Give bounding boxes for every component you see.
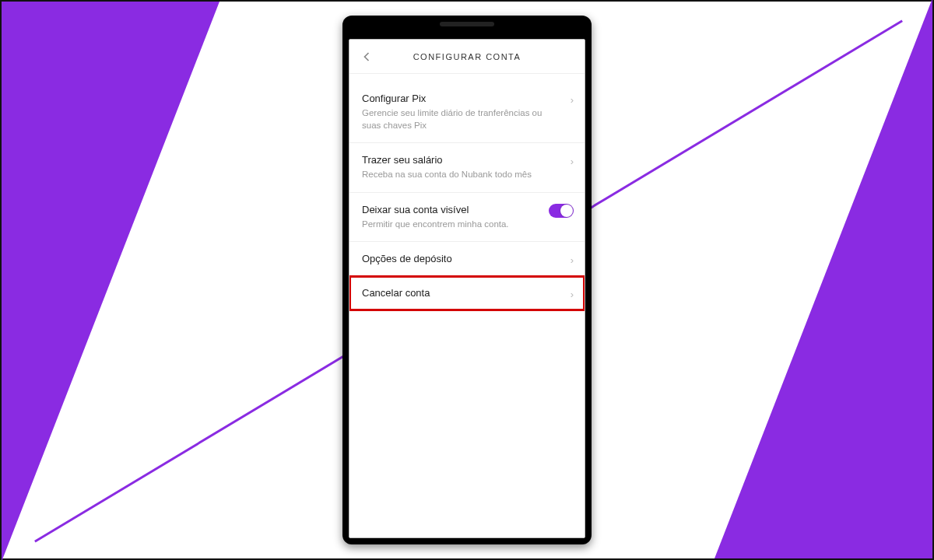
phone-notch bbox=[440, 22, 494, 26]
item-title: Configurar Pix bbox=[362, 93, 572, 104]
decorative-triangle-right bbox=[715, 0, 932, 558]
item-cancelar-conta[interactable]: Cancelar conta › bbox=[349, 276, 585, 310]
chevron-right-icon: › bbox=[571, 254, 574, 266]
item-trazer-salario[interactable]: Trazer seu salário Receba na sua conta d… bbox=[349, 143, 585, 193]
item-subtitle: Receba na sua conta do Nubank todo mês bbox=[362, 169, 547, 181]
chevron-right-icon: › bbox=[571, 156, 574, 167]
screen-header: CONFIGURAR CONTA bbox=[349, 40, 585, 74]
visibility-toggle[interactable] bbox=[549, 204, 574, 218]
item-opcoes-deposito[interactable]: Opções de depósito › bbox=[349, 242, 585, 276]
decorative-triangle-left bbox=[2, 2, 219, 560]
chevron-right-icon: › bbox=[571, 94, 574, 106]
item-subtitle: Gerencie seu limite diário de tranferênc… bbox=[362, 107, 547, 131]
chevron-right-icon: › bbox=[571, 289, 574, 300]
item-title: Trazer seu salário bbox=[362, 154, 572, 166]
toggle-knob bbox=[560, 205, 573, 217]
tutorial-graphic: CONFIGURAR CONTA Configurar Pix Gerencie… bbox=[0, 0, 934, 560]
phone-screen: CONFIGURAR CONTA Configurar Pix Gerencie… bbox=[349, 39, 585, 538]
phone-frame: CONFIGURAR CONTA Configurar Pix Gerencie… bbox=[342, 16, 592, 544]
item-title: Cancelar conta bbox=[362, 287, 572, 299]
item-configurar-pix[interactable]: Configurar Pix Gerencie seu limite diári… bbox=[349, 82, 585, 143]
item-title: Deixar sua conta visível bbox=[362, 204, 572, 215]
item-conta-visivel[interactable]: Deixar sua conta visível Permitir que en… bbox=[349, 193, 585, 243]
item-title: Opções de depósito bbox=[362, 253, 572, 264]
header-title: CONFIGURAR CONTA bbox=[359, 52, 575, 61]
item-subtitle: Permitir que encontrem minha conta. bbox=[362, 219, 547, 231]
